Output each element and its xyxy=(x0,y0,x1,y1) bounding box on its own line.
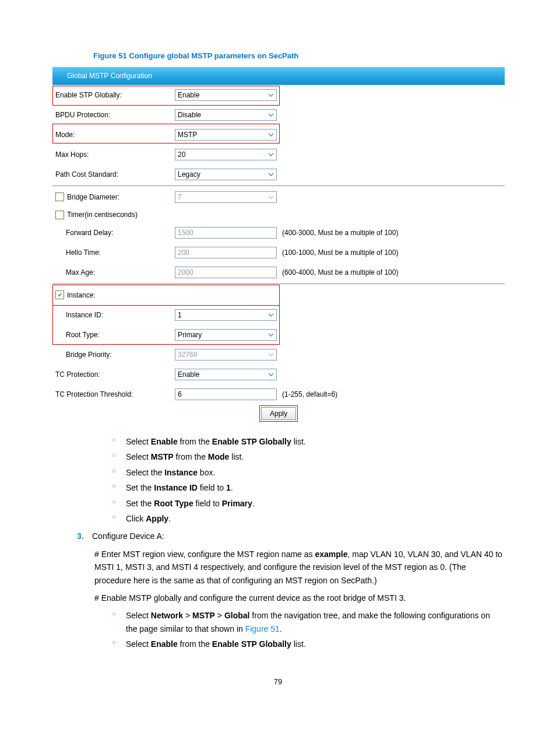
input-hello[interactable]: 200 xyxy=(175,247,277,258)
list-item: Select the Instance box. xyxy=(112,466,504,479)
input-fwddelay[interactable]: 1500 xyxy=(175,227,277,239)
label-bridgediam: Bridge Diameter: xyxy=(55,192,175,201)
label-enable-stp: Enable STP Globally: xyxy=(55,91,175,99)
step-text: Configure Device A: xyxy=(92,530,164,542)
global-mstp-panel: Global MSTP Configuration Enable STP Glo… xyxy=(52,67,505,424)
checkbox-bridgediam[interactable] xyxy=(55,192,64,201)
select-maxhops[interactable]: 20 xyxy=(175,149,277,160)
hint-tcprotthr: (1-255, default=6) xyxy=(280,390,337,398)
sublist-1: Select Enable from the Enable STP Global… xyxy=(66,435,504,525)
chevron-down-icon xyxy=(267,170,275,178)
select-enable-stp[interactable]: Enable xyxy=(175,89,277,101)
select-instanceid-value: 1 xyxy=(178,311,182,319)
select-mode-value: MSTP xyxy=(178,131,197,139)
input-maxage[interactable]: 2000 xyxy=(175,267,277,278)
label-instance: Instance: xyxy=(55,290,175,299)
list-item: Select MSTP from the Mode list. xyxy=(112,450,504,463)
list-item: Set the Instance ID field to 1. xyxy=(112,481,504,494)
figure-caption: Figure 51 Configure global MSTP paramete… xyxy=(93,51,504,60)
chevron-down-icon xyxy=(267,193,275,201)
select-enable-stp-value: Enable xyxy=(178,91,199,99)
divider xyxy=(52,284,505,284)
select-mode[interactable]: MSTP xyxy=(175,129,277,141)
page-number: 79 xyxy=(52,677,504,686)
list-item: Set the Root Type field to Primary. xyxy=(112,497,504,510)
label-tcprot: TC Protection: xyxy=(55,370,175,379)
chevron-down-icon xyxy=(267,370,275,379)
panel-title: Global MSTP Configuration xyxy=(52,72,152,80)
label-fwddelay: Forward Delay: xyxy=(55,229,175,237)
sublist-2: Select Network > MSTP > Global from the … xyxy=(66,609,504,650)
checkbox-instance[interactable] xyxy=(55,290,64,299)
select-tcprot-value: Enable xyxy=(178,370,199,379)
select-bpdu[interactable]: Disable xyxy=(175,109,277,121)
chevron-down-icon xyxy=(267,331,275,339)
chevron-down-icon xyxy=(267,131,275,139)
list-item: Select Enable from the Enable STP Global… xyxy=(112,638,504,650)
select-instanceid[interactable]: 1 xyxy=(175,309,277,321)
select-bridgediam-value: 7 xyxy=(178,193,182,201)
label-maxage: Max Age: xyxy=(55,268,175,276)
chevron-down-icon xyxy=(267,311,275,319)
label-bpdu: BPDU Protection: xyxy=(55,111,175,119)
para-1: # Enter MST region view, configure the M… xyxy=(94,548,504,587)
select-roottype-value: Primary xyxy=(178,331,202,339)
label-roottype: Root Type: xyxy=(55,331,175,339)
label-maxhops: Max Hops: xyxy=(55,150,175,159)
select-roottype[interactable]: Primary xyxy=(175,329,277,341)
select-bridgediam[interactable]: 7 xyxy=(175,191,277,203)
label-hello: Hello Time: xyxy=(55,249,175,257)
step-number: 3. xyxy=(77,530,92,542)
label-tcprotthr: TC Protection Threshold: xyxy=(55,390,175,398)
checkbox-timer[interactable] xyxy=(55,211,64,219)
select-bpdu-value: Disable xyxy=(178,111,201,119)
chevron-down-icon xyxy=(267,111,275,119)
label-pathcost: Path Cost Standard: xyxy=(55,170,175,178)
list-item: Click Apply. xyxy=(112,512,504,525)
select-tcprot[interactable]: Enable xyxy=(175,369,277,380)
para-2: # Enable MSTP globally and configure the… xyxy=(94,592,504,604)
list-item: Select Enable from the Enable STP Global… xyxy=(112,435,504,448)
apply-button[interactable]: Apply xyxy=(261,407,296,420)
label-timer: Timer(in centiseconds) xyxy=(55,211,175,219)
hint-fwddelay: (400-3000, Must be a multiple of 100) xyxy=(280,229,398,237)
step-3: 3. Configure Device A: xyxy=(77,530,504,542)
label-bridgepri: Bridge Priority: xyxy=(55,351,175,359)
chevron-down-icon xyxy=(267,91,275,99)
label-mode: Mode: xyxy=(55,131,175,139)
hint-maxage: (600-4000, Must be a multiple of 100) xyxy=(280,268,398,276)
instructions: Select Enable from the Enable STP Global… xyxy=(66,435,504,650)
input-tcprotthr[interactable]: 6 xyxy=(175,388,277,400)
select-bridgepri-value: 32768 xyxy=(178,351,197,359)
divider xyxy=(52,186,505,186)
panel-header: Global MSTP Configuration xyxy=(52,67,505,85)
select-maxhops-value: 20 xyxy=(178,150,185,159)
hint-hello: (100-1000, Must be a multiple of 100) xyxy=(280,249,398,257)
chevron-down-icon xyxy=(267,150,275,159)
select-pathcost-value: Legacy xyxy=(178,170,200,178)
select-pathcost[interactable]: Legacy xyxy=(175,169,277,180)
figure-link[interactable]: Figure 51 xyxy=(245,624,280,634)
list-item: Select Network > MSTP > Global from the … xyxy=(112,609,504,635)
label-instanceid: Instance ID: xyxy=(55,311,175,319)
chevron-down-icon xyxy=(267,351,275,359)
select-bridgepri[interactable]: 32768 xyxy=(175,349,277,360)
